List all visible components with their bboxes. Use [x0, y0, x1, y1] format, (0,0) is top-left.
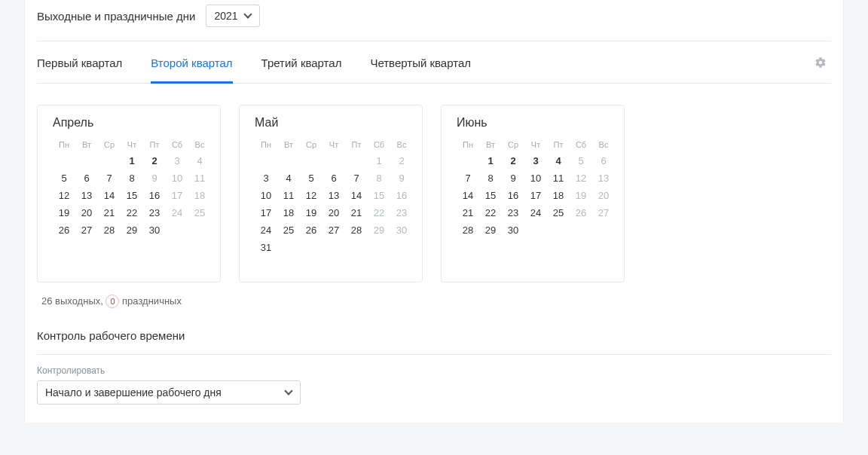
- calendar-day[interactable]: 10: [255, 190, 277, 201]
- calendar-day[interactable]: 27: [322, 224, 345, 236]
- calendar-day[interactable]: 2: [390, 155, 413, 166]
- calendar-day[interactable]: 23: [502, 207, 524, 218]
- quarter-tab[interactable]: Четвертый квартал: [370, 46, 471, 83]
- calendar-day[interactable]: 6: [592, 155, 615, 166]
- calendar-day[interactable]: 20: [322, 207, 345, 218]
- calendar-day[interactable]: 8: [368, 173, 390, 184]
- calendar-day[interactable]: 5: [300, 173, 322, 184]
- calendar-day[interactable]: 21: [98, 207, 121, 218]
- calendar-day[interactable]: 17: [166, 190, 188, 201]
- calendar-day[interactable]: 23: [390, 207, 413, 218]
- calendar-day[interactable]: 2: [143, 155, 166, 166]
- calendar-day[interactable]: 16: [390, 190, 413, 201]
- calendar-day[interactable]: 3: [524, 155, 547, 166]
- calendar-day[interactable]: 1: [479, 155, 502, 166]
- calendar-day[interactable]: 14: [457, 190, 479, 201]
- calendar-day[interactable]: 21: [457, 207, 479, 218]
- calendar-day[interactable]: 7: [345, 173, 368, 184]
- calendar-day[interactable]: 15: [121, 190, 143, 201]
- calendar-day[interactable]: 29: [368, 224, 390, 236]
- quarter-tab[interactable]: Второй квартал: [151, 46, 232, 83]
- calendar-day[interactable]: 18: [188, 190, 211, 201]
- calendar-day[interactable]: 25: [188, 207, 211, 218]
- calendar-day[interactable]: 19: [53, 207, 75, 218]
- calendar-day[interactable]: 26: [53, 224, 75, 236]
- calendar-day[interactable]: 15: [479, 190, 502, 201]
- calendar-day[interactable]: 31: [255, 242, 277, 253]
- calendar-day[interactable]: 14: [98, 190, 121, 201]
- calendar-day[interactable]: 8: [121, 173, 143, 184]
- calendar-day[interactable]: 9: [143, 173, 166, 184]
- calendar-day[interactable]: 10: [524, 173, 547, 184]
- calendar-day[interactable]: 17: [255, 207, 277, 218]
- calendar-day[interactable]: 17: [524, 190, 547, 201]
- calendar-day[interactable]: 9: [502, 173, 524, 184]
- calendar-day[interactable]: 30: [390, 224, 413, 236]
- calendar-day[interactable]: 8: [479, 173, 502, 184]
- calendar-day[interactable]: 4: [188, 155, 211, 166]
- calendar-day[interactable]: 19: [570, 190, 592, 201]
- calendar-day[interactable]: 3: [166, 155, 188, 166]
- calendar-day[interactable]: 4: [277, 173, 300, 184]
- quarter-tab[interactable]: Первый квартал: [37, 46, 122, 83]
- calendar-day[interactable]: 25: [277, 224, 300, 236]
- calendar-day[interactable]: 6: [75, 173, 98, 184]
- calendar-day[interactable]: 24: [166, 207, 188, 218]
- calendar-day[interactable]: 24: [524, 207, 547, 218]
- calendar-day[interactable]: 13: [75, 190, 98, 201]
- calendar-day[interactable]: 23: [143, 207, 166, 218]
- calendar-day[interactable]: 1: [368, 155, 390, 166]
- year-select[interactable]: 2021: [206, 5, 259, 27]
- calendar-day[interactable]: 5: [570, 155, 592, 166]
- calendar-day[interactable]: 29: [479, 224, 502, 236]
- calendar-day[interactable]: 25: [547, 207, 570, 218]
- calendar-day[interactable]: 10: [166, 173, 188, 184]
- control-select[interactable]: Начало и завершение рабочего дня: [37, 380, 301, 405]
- calendar-day[interactable]: 2: [502, 155, 524, 166]
- calendar-day[interactable]: 6: [322, 173, 345, 184]
- calendar-day[interactable]: 26: [570, 207, 592, 218]
- calendar-day[interactable]: 5: [53, 173, 75, 184]
- calendar-day[interactable]: 20: [592, 190, 615, 201]
- calendar-day[interactable]: 18: [277, 207, 300, 218]
- calendar-day[interactable]: 16: [502, 190, 524, 201]
- weekday-label: Чт: [524, 140, 547, 149]
- calendar-day[interactable]: 13: [322, 190, 345, 201]
- calendar-day[interactable]: 9: [390, 173, 413, 184]
- calendar-day[interactable]: 7: [98, 173, 121, 184]
- calendar-day[interactable]: 11: [547, 173, 570, 184]
- calendar-day[interactable]: 28: [98, 224, 121, 236]
- calendar-day[interactable]: 27: [75, 224, 98, 236]
- calendar-day[interactable]: 13: [592, 173, 615, 184]
- calendar-day[interactable]: 27: [592, 207, 615, 218]
- calendar-day[interactable]: 7: [457, 173, 479, 184]
- calendar-day[interactable]: 22: [368, 207, 390, 218]
- calendar-day[interactable]: 1: [121, 155, 143, 166]
- calendar-day[interactable]: 12: [570, 173, 592, 184]
- calendar-day[interactable]: 11: [277, 190, 300, 201]
- calendar-day[interactable]: 29: [121, 224, 143, 236]
- calendar-day[interactable]: 30: [143, 224, 166, 236]
- calendar-day[interactable]: 20: [75, 207, 98, 218]
- calendar-day[interactable]: 28: [345, 224, 368, 236]
- calendar-day[interactable]: 26: [300, 224, 322, 236]
- calendar-day[interactable]: 28: [457, 224, 479, 236]
- calendar-day[interactable]: 22: [121, 207, 143, 218]
- calendar-day[interactable]: 4: [547, 155, 570, 166]
- calendar-day[interactable]: 30: [502, 224, 524, 236]
- calendar-day[interactable]: 12: [300, 190, 322, 201]
- gear-icon[interactable]: [815, 56, 827, 69]
- calendar-day[interactable]: 11: [188, 173, 211, 184]
- calendar-day[interactable]: 12: [53, 190, 75, 201]
- calendar-day[interactable]: 22: [479, 207, 502, 218]
- calendar-day[interactable]: 18: [547, 190, 570, 201]
- calendar-day[interactable]: 14: [345, 190, 368, 201]
- calendar-day[interactable]: 3: [255, 173, 277, 184]
- calendar-day[interactable]: 21: [345, 207, 368, 218]
- calendar-day[interactable]: 15: [368, 190, 390, 201]
- quarter-tab[interactable]: Третий квартал: [261, 46, 342, 83]
- weekday-label: Сб: [570, 140, 592, 149]
- calendar-day[interactable]: 19: [300, 207, 322, 218]
- calendar-day[interactable]: 24: [255, 224, 277, 236]
- calendar-day[interactable]: 16: [143, 190, 166, 201]
